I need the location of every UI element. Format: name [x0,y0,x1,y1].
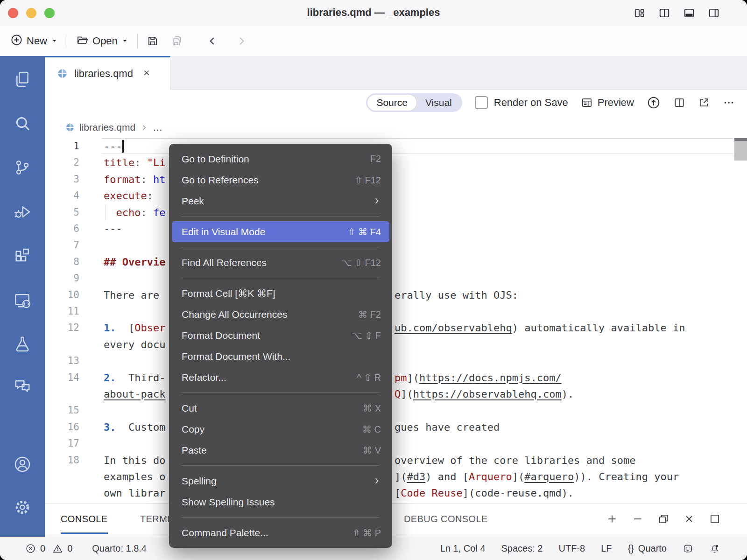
menu-item-spelling[interactable]: Spelling [172,470,389,491]
breadcrumb-file[interactable]: libraries.qmd [79,122,135,133]
close-tab-icon[interactable] [142,68,151,79]
visual-mode-button[interactable]: Visual [416,95,461,111]
toggle-panel-icon[interactable] [683,7,695,21]
panel-close-button[interactable] [683,513,695,527]
panel-minimize-button[interactable] [632,513,644,527]
editor-line[interactable]: 6--- [45,221,747,237]
quarto-version-status[interactable]: Quarto: 1.8.4 [92,543,147,554]
editor-line[interactable]: every docu [45,336,747,353]
menu-item-find-all-references[interactable]: Find All References⌥ ⇧ F12 [172,252,389,273]
menu-item-go-to-references[interactable]: Go to References⇧ F12 [172,169,389,190]
sidebar-item-chat[interactable] [13,377,32,396]
split-editor-layout-icon[interactable] [658,7,670,21]
code-token: 1. [104,322,128,334]
editor-line[interactable]: 13 [45,353,747,369]
menu-item-show-spelling-issues[interactable]: Show Spelling Issues [172,491,389,512]
panel-restore-button[interactable] [657,513,669,527]
editor-line[interactable]: 163. Customgues have created [45,419,747,435]
zoom-window-button[interactable] [44,8,55,18]
sidebar-item-testing[interactable] [13,335,32,353]
menu-item-label: Change All Occurrences [182,309,358,320]
preview-button[interactable]: Preview [581,97,634,109]
menu-item-command-palette[interactable]: Command Palette...⇧ ⌘ P [172,522,389,543]
feedback-smiley-icon[interactable] [683,543,693,554]
editor-line[interactable]: 15 [45,402,747,419]
minimize-window-button[interactable] [26,8,36,18]
navigate-forward-button[interactable] [235,35,247,47]
render-on-save-checkbox[interactable] [475,96,488,109]
editor-line[interactable]: 4execute: [45,188,747,204]
menu-item-refactor[interactable]: Refactor...^ ⇧ R [172,367,389,388]
menu-item-paste[interactable]: Paste⌘ V [172,440,389,461]
new-button[interactable]: New [10,34,58,49]
indentation-status[interactable]: Spaces: 2 [501,543,543,554]
panel-maximize-button[interactable] [709,513,721,527]
split-editor-button[interactable] [673,97,685,109]
editor-line[interactable]: 2title: "Li [45,154,747,171]
menu-separator [182,216,380,217]
open-in-new-window-button[interactable] [698,97,710,109]
submenu-chevron-icon [372,196,381,205]
menu-item-peek[interactable]: Peek [172,190,389,211]
sidebar-item-run-debug[interactable] [13,203,32,221]
breadcrumb: libraries.qmd … [45,118,747,137]
editor-line[interactable]: 142. Third-pm](https://docs.npmjs.com/ [45,370,747,386]
menu-item-shortcut: ⌘ X [363,403,381,414]
menu-item-go-to-definition[interactable]: Go to DefinitionF2 [172,148,389,169]
menu-item-cut[interactable]: Cut⌘ X [172,398,389,419]
sidebar-item-remote-explorer[interactable] [13,291,32,309]
editor-line[interactable]: 5 echo: fe [45,204,747,221]
source-mode-button[interactable]: Source [367,95,416,111]
editor-line[interactable]: 17 [45,435,747,452]
sidebar-item-settings[interactable] [13,498,32,517]
sidebar-item-search[interactable] [13,114,32,133]
menu-item-format-document[interactable]: Format Document⌥ ⇧ F [172,325,389,346]
editor-line[interactable]: 7 [45,237,747,253]
menu-item-change-all-occurrences[interactable]: Change All Occurrences⌘ F2 [172,304,389,325]
custom-layout-icon[interactable] [634,7,646,21]
editor-line[interactable]: examples o](#d3) and [Arquero](#arquero)… [45,469,747,485]
save-all-button[interactable] [171,35,183,47]
menu-item-copy[interactable]: Copy⌘ C [172,419,389,440]
cursor-position-status[interactable]: Ln 1, Col 4 [440,543,486,554]
editor-line[interactable]: 9 [45,270,747,287]
editor-line[interactable]: 18In this dooverview of the core librari… [45,452,747,469]
sidebar-item-source-control[interactable] [13,158,32,177]
menu-item-format-document-with[interactable]: Format Document With... [172,346,389,367]
editor-line[interactable]: about-packQ](https://observablehq.com). [45,386,747,402]
menu-item-edit-in-visual-mode[interactable]: Edit in Visual Mode⇧ ⌘ F4 [172,221,389,242]
more-actions-button[interactable] [723,97,735,109]
render-document-button[interactable] [647,96,661,110]
sidebar-item-explorer[interactable] [13,70,32,89]
panel-new-button[interactable] [606,513,618,527]
eol-status[interactable]: LF [601,543,612,554]
toggle-secondary-sidebar-icon[interactable] [708,7,720,21]
code-editor[interactable]: 1---2title: "Li3format: ht4execute:5 ech… [45,138,747,503]
panel-tab-debug-console[interactable]: DEBUG CONSOLE [404,505,488,532]
code-token: erally use with OJS: [395,289,518,301]
problems-status[interactable]: 0 0 [25,543,72,554]
editor-line[interactable]: 11 [45,303,747,320]
save-button[interactable] [147,35,159,47]
editor-line[interactable]: 121. [Obserub.com/observablehq) automati… [45,320,747,336]
language-mode-status[interactable]: {} Quarto [627,543,667,554]
notifications-bell-icon[interactable] [709,543,720,554]
menu-item-format-cell-k-f[interactable]: Format Cell [⌘K ⌘F] [172,283,389,304]
editor-line[interactable]: own librar[Code Reuse](code-reuse.qmd). [45,485,747,501]
close-window-button[interactable] [8,8,18,18]
tab-libraries-qmd[interactable]: libraries.qmd [45,56,170,90]
breadcrumb-more[interactable]: … [153,122,162,133]
editor-line[interactable]: 8## Overvie [45,254,747,270]
editor-line[interactable]: 10There are erally use with OJS: [45,287,747,303]
sidebar-item-account[interactable] [13,455,32,474]
git-branch-icon [13,158,32,177]
line-number: 9 [45,270,79,287]
navigate-back-button[interactable] [206,35,218,47]
open-button[interactable]: Open [76,34,128,49]
editor-line[interactable]: 3format: ht [45,171,747,188]
sidebar-item-extensions[interactable] [13,246,32,265]
encoding-status[interactable]: UTF-8 [558,543,585,554]
editor-line[interactable]: 1--- [45,138,747,154]
code-token: 2. [104,372,128,384]
panel-tab-console[interactable]: CONSOLE [61,505,108,534]
